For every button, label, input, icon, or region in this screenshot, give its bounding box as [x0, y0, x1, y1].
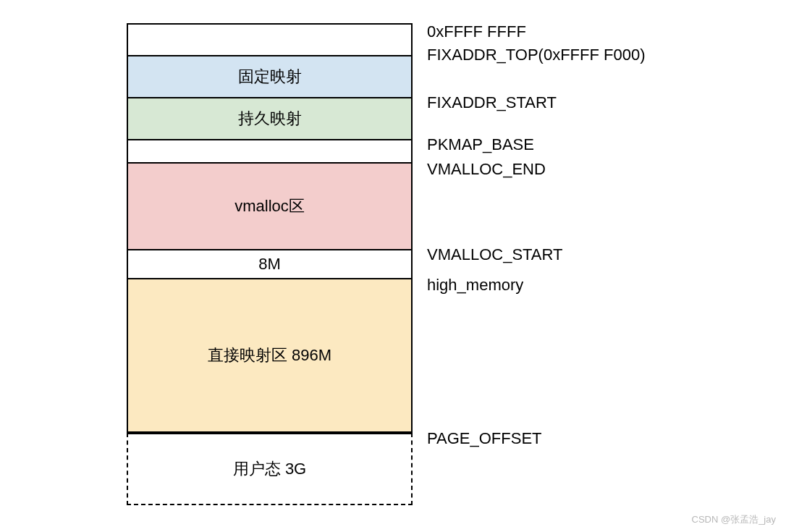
- label-vmalloc-end: VMALLOC_END: [427, 159, 546, 180]
- label-ffff-ffff: 0xFFFF FFFF: [427, 22, 526, 43]
- segment-persistent-map: 持久映射: [127, 97, 413, 139]
- label-fixaddr-top: FIXADDR_TOP(0xFFFF F000): [427, 45, 646, 66]
- label-fixaddr-start: FIXADDR_START: [427, 93, 557, 114]
- label-page-offset: PAGE_OFFSET: [427, 428, 542, 449]
- segment-fixed-map: 固定映射: [127, 55, 413, 97]
- watermark: CSDN @张孟浩_jay: [692, 513, 777, 526]
- segment-label: 固定映射: [238, 66, 302, 88]
- segment-label: 持久映射: [238, 108, 302, 130]
- segment-label: 8M: [258, 255, 281, 274]
- segment-gap2: [127, 139, 413, 162]
- label-vmalloc-start: VMALLOC_START: [427, 245, 562, 266]
- segment-label: vmalloc区: [234, 195, 305, 217]
- segment-top-gap: [127, 23, 413, 55]
- memory-stack: 固定映射 持久映射 vmalloc区 8M 直接映射区 896M 用户态 3G: [127, 23, 413, 505]
- segment-direct-map: 直接映射区 896M: [127, 279, 413, 433]
- segment-label: 直接映射区 896M: [208, 345, 331, 366]
- segment-label: 用户态 3G: [233, 458, 306, 480]
- label-pkmap-base: PKMAP_BASE: [427, 135, 534, 156]
- segment-eight-m: 8M: [127, 249, 413, 279]
- diagram-canvas: 固定映射 持久映射 vmalloc区 8M 直接映射区 896M 用户态 3G …: [0, 0, 786, 532]
- segment-user-space: 用户态 3G: [127, 433, 413, 505]
- segment-vmalloc: vmalloc区: [127, 162, 413, 249]
- label-high-memory: high_memory: [427, 275, 523, 296]
